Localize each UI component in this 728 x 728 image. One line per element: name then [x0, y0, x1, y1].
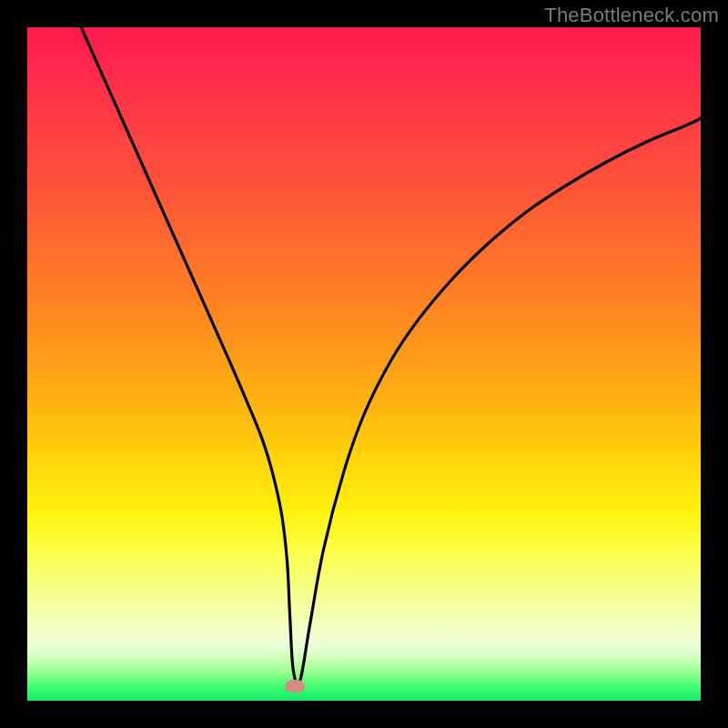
attribution-text: TheBottleneck.com	[544, 4, 719, 27]
chart-frame: TheBottleneck.com	[0, 0, 728, 728]
curve-svg	[27, 27, 701, 701]
optimal-marker	[285, 680, 305, 693]
plot-area	[27, 27, 701, 701]
bottleneck-curve	[81, 27, 701, 684]
